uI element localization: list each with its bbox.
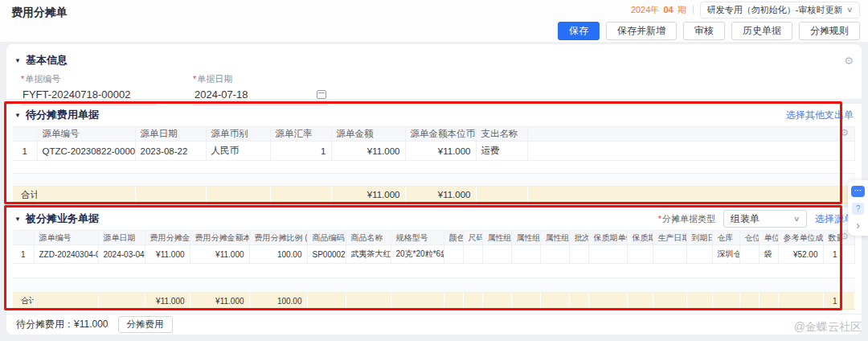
cell: ¥11.000 [331, 142, 405, 161]
empty-row [13, 174, 855, 187]
cell [759, 293, 778, 310]
cell [482, 245, 511, 264]
cell [444, 293, 463, 310]
doc-type-select[interactable]: 组装单 ∨ [723, 210, 807, 228]
profile-switcher[interactable]: 研发专用（勿初始化）-审核时更新 ∨ [700, 2, 860, 18]
cell [463, 245, 482, 264]
column-header: 到期日 [686, 231, 712, 245]
select-other-expense-link[interactable]: 选择其他支出单 [786, 109, 854, 122]
save-and-new-button[interactable]: 保存并新增 [606, 22, 677, 40]
table-settings-gear-icon[interactable]: ⚙ [840, 128, 849, 138]
cell: ¥11.000 [190, 293, 249, 310]
period-prefix: 2024年 [631, 5, 659, 14]
cell [686, 245, 712, 264]
cell [540, 245, 569, 264]
form-card: ▼ 基本信息 ⚙ *单据编号 FYFT-20240718-00002 *单据日期… [6, 44, 862, 335]
history-button[interactable]: 历史单据 [731, 22, 792, 40]
cell: 1 [823, 245, 842, 264]
cell [739, 245, 759, 264]
section-pending-expense: ▼ 待分摊费用单据 选择其他支出单 源单编号源单日期源单币别源单汇率源单金额源单… [6, 104, 862, 203]
required-icon: * [658, 214, 661, 224]
cell [686, 293, 712, 310]
audit-button[interactable]: 审核 [683, 22, 725, 40]
column-header: 商品编码 [307, 231, 346, 245]
table-settings-gear-icon[interactable]: ⚙ [840, 232, 849, 241]
doc-date-input[interactable]: 2024-07-18 [193, 88, 328, 105]
toolbar: 保存 保存并新增 审核 历史单据 分摊规则 [558, 22, 860, 40]
column-header: 仓库 [712, 231, 739, 245]
cell [569, 245, 588, 264]
allocated-table-header: 源单编号源单日期费用分摊金额费用分摊金额本位币费用分摊比例 (%)商品编码商品名… [13, 231, 855, 245]
period-suffix: 期 [678, 5, 686, 14]
calendar-icon[interactable] [317, 90, 326, 99]
side-float-panel: ⋯ ? › [848, 180, 868, 236]
save-button[interactable]: 保存 [558, 22, 600, 40]
column-header: 源单编号 [37, 127, 135, 142]
pending-expense-table: 源单编号源单日期源单币别源单汇率源单金额源单金额本位币支出名称 1QTZC-20… [13, 126, 855, 203]
cell: 合计 [13, 293, 34, 310]
divider [693, 5, 694, 14]
column-header: 生产日期 [653, 231, 686, 245]
column-header: 费用分摊比例 (%) [249, 231, 307, 245]
pending-table-header: 源单编号源单日期源单币别源单汇率源单金额源单金额本位币支出名称 [13, 127, 855, 142]
cell: 100.00 [249, 293, 307, 310]
chevron-right-icon[interactable]: › [856, 220, 860, 230]
cell [37, 187, 135, 203]
column-header: 源单币别 [206, 127, 270, 142]
column-header: 仓位 [739, 231, 759, 245]
required-icon: * [193, 74, 196, 84]
column-header [527, 127, 855, 142]
cell [307, 293, 346, 310]
cell: SP00002 [307, 245, 346, 264]
chat-icon[interactable]: ⋯ [851, 186, 865, 197]
collapse-triangle-icon[interactable]: ▼ [14, 112, 21, 119]
column-header: 源单金额 [331, 127, 405, 142]
column-header: 源单日期 [135, 127, 206, 142]
cell [627, 293, 653, 310]
doc-number-field: *单据编号 FYFT-20240718-00002 [21, 73, 156, 105]
source-doc-link[interactable]: QTZC-20230822-00001 [37, 142, 135, 161]
column-header: 保质期 [627, 231, 653, 245]
section-title-basic: 基本信息 [26, 53, 68, 68]
column-header: 保质期单位 [588, 231, 627, 245]
footer-bar: 待分摊费用：¥11.000 分摊费用 [6, 314, 862, 335]
cell [346, 293, 391, 310]
cell [527, 187, 855, 203]
collapse-triangle-icon[interactable]: ▼ [14, 216, 21, 223]
settings-gear-icon[interactable]: ⚙ [844, 55, 854, 66]
empty-row [13, 264, 855, 278]
doc-number-label: *单据编号 [21, 73, 156, 85]
cell [540, 293, 569, 310]
allocation-rule-button[interactable]: 分摊规则 [799, 22, 860, 40]
cell: 20克*20粒*6袋 [391, 245, 444, 264]
help-icon[interactable]: ? [852, 203, 864, 215]
doc-date-label: *单据日期 [193, 73, 328, 85]
cell [444, 245, 463, 264]
column-header: 源单编号 [34, 231, 98, 245]
cell: ¥11.000 [405, 187, 476, 203]
column-header: 源单金额本位币 [405, 127, 476, 142]
cell: ¥11.000 [145, 245, 190, 264]
column-header: 属性组5 [540, 231, 569, 245]
collapse-triangle-icon[interactable]: ▼ [14, 57, 21, 64]
chevron-down-icon: ∨ [793, 215, 800, 223]
column-header: 尺码 [463, 231, 482, 245]
column-header [13, 127, 37, 142]
empty-row [13, 278, 855, 293]
page: 费用分摊单 2024年 04 期 研发专用（勿初始化）-审核时更新 ∨ 保存 保… [0, 0, 868, 341]
column-header: 源单日期 [98, 231, 145, 245]
section-basic-info: ▼ 基本信息 ⚙ *单据编号 FYFT-20240718-00002 *单据日期… [6, 44, 862, 99]
cell: 2024-03-04 [98, 245, 145, 264]
doc-number-input[interactable]: FYFT-20240718-00002 [21, 88, 156, 105]
source-doc-link[interactable]: ZZD-20240304-00001 [34, 245, 98, 264]
accounting-period: 2024年 04 期 [631, 4, 686, 16]
allocated-total-row: 合计¥11.000¥11.000100.001 [13, 293, 855, 310]
allocate-fee-button[interactable]: 分摊费用 [118, 316, 173, 333]
section-title-allocated: 被分摊业务单据 [26, 212, 99, 226]
cell [98, 293, 145, 310]
watermark: @金蝶云社区 [794, 320, 862, 335]
pending-total-row: 合计¥11.000¥11.000 [13, 187, 855, 203]
column-header [13, 231, 34, 245]
cell: 深圳仓 [712, 245, 739, 264]
empty-row [13, 161, 855, 174]
